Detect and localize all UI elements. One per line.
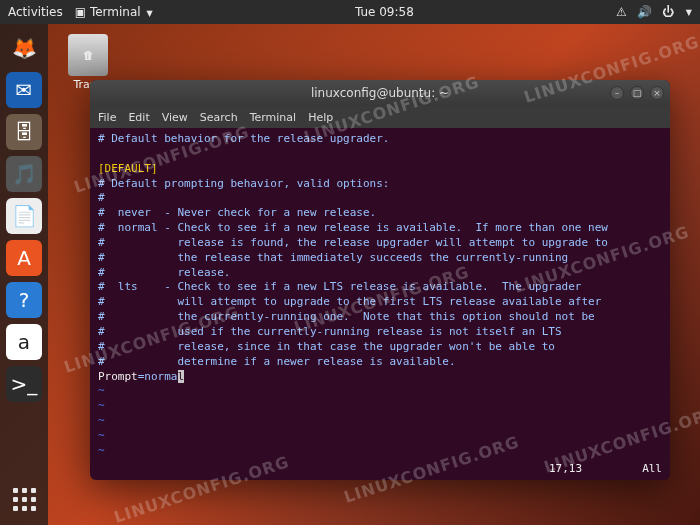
trash-icon: 🗑 <box>68 34 108 76</box>
menu-view[interactable]: View <box>162 111 188 124</box>
clock[interactable]: Tue 09:58 <box>355 5 414 19</box>
network-icon[interactable]: ⚠ <box>616 5 627 19</box>
gnome-top-bar: Activities ▣ Terminal ▼ Tue 09:58 ⚠ 🔊 ⏻ … <box>0 0 700 24</box>
app-menu-label: Terminal <box>90 5 141 19</box>
firefox-icon[interactable]: 🦊 <box>6 30 42 66</box>
show-applications-button[interactable] <box>6 481 42 517</box>
chevron-down-icon[interactable]: ▼ <box>686 8 692 17</box>
window-titlebar[interactable]: linuxconfig@ubuntu: ~ – □ × <box>90 80 670 106</box>
maximize-button[interactable]: □ <box>630 86 644 100</box>
volume-icon[interactable]: 🔊 <box>637 5 652 19</box>
cursor-position: 17,13 <box>549 462 582 478</box>
terminal-content[interactable]: # Default behavior for the release upgra… <box>90 128 670 462</box>
menu-search[interactable]: Search <box>200 111 238 124</box>
vim-statusbar: 17,13 All <box>90 462 670 480</box>
terminal-indicator-icon: ▣ <box>75 5 90 19</box>
thunderbird-icon[interactable]: ✉ <box>6 72 42 108</box>
app-menu[interactable]: ▣ Terminal ▼ <box>75 5 153 19</box>
menu-edit[interactable]: Edit <box>128 111 149 124</box>
power-icon[interactable]: ⏻ <box>662 5 674 19</box>
scroll-indicator: All <box>642 462 662 478</box>
amazon-icon[interactable]: a <box>6 324 42 360</box>
menu-terminal[interactable]: Terminal <box>250 111 297 124</box>
files-icon[interactable]: 🗄 <box>6 114 42 150</box>
minimize-button[interactable]: – <box>610 86 624 100</box>
rhythmbox-icon[interactable]: 🎵 <box>6 156 42 192</box>
window-title: linuxconfig@ubuntu: ~ <box>311 86 449 100</box>
activities-button[interactable]: Activities <box>8 5 63 19</box>
help-icon[interactable]: ? <box>6 282 42 318</box>
menu-help[interactable]: Help <box>308 111 333 124</box>
terminal-icon[interactable]: >_ <box>6 366 42 402</box>
close-button[interactable]: × <box>650 86 664 100</box>
software-icon[interactable]: A <box>6 240 42 276</box>
terminal-window: linuxconfig@ubuntu: ~ – □ × FileEditView… <box>90 80 670 480</box>
dock: 🦊✉🗄🎵📄A?a>_ <box>0 24 48 525</box>
terminal-menubar: FileEditViewSearchTerminalHelp <box>90 106 670 128</box>
libreoffice-icon[interactable]: 📄 <box>6 198 42 234</box>
menu-file[interactable]: File <box>98 111 116 124</box>
